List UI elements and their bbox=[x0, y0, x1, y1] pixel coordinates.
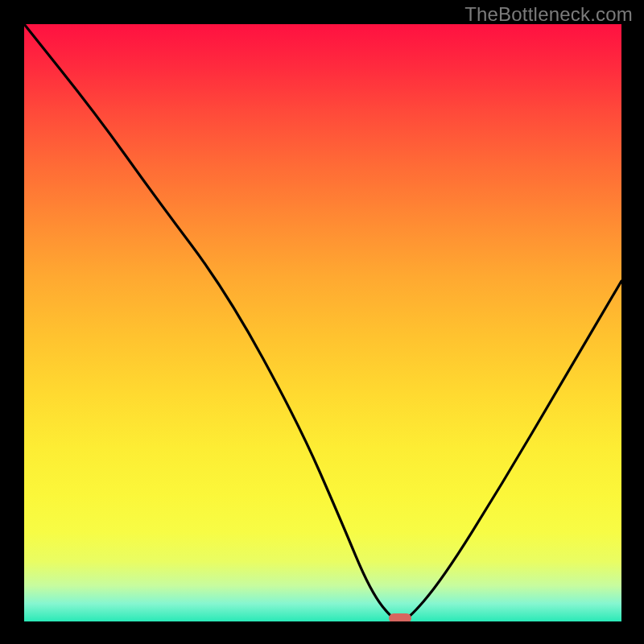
bottleneck-curve bbox=[24, 24, 621, 621]
curve-path bbox=[24, 24, 621, 621]
watermark-text: TheBottleneck.com bbox=[464, 3, 633, 26]
optimal-marker bbox=[389, 613, 411, 621]
plot-area bbox=[24, 24, 621, 621]
